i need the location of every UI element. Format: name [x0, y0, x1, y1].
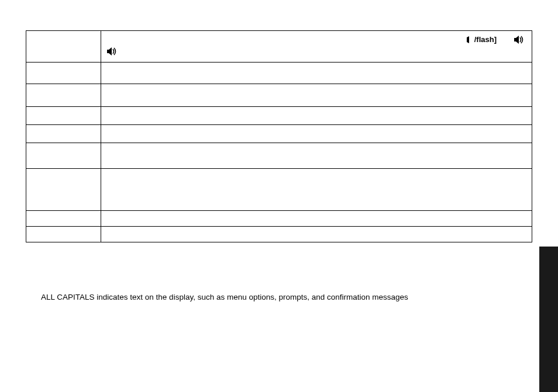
table-row	[26, 169, 532, 211]
table-row	[26, 84, 532, 107]
cell-feature	[26, 143, 101, 169]
cell-desc	[101, 84, 532, 107]
cell-desc	[101, 125, 532, 143]
table-row	[26, 63, 532, 84]
table-row	[26, 143, 532, 169]
cell-desc	[101, 143, 532, 169]
header-col2: /flash]	[101, 31, 532, 63]
table-row	[26, 125, 532, 143]
cell-feature	[26, 211, 101, 227]
cell-feature	[26, 227, 101, 242]
speaker-icon	[107, 47, 119, 55]
cell-desc	[101, 107, 532, 125]
footnote-text: ALL CAPITALS indicates text on the displ…	[26, 293, 532, 301]
table-header-row: Feature /flash]	[26, 31, 532, 63]
cell-feature	[26, 107, 101, 125]
cell-feature	[26, 125, 101, 143]
speaker-icon	[514, 36, 526, 44]
page-edge-tab	[539, 247, 558, 392]
svg-rect-1	[107, 50, 109, 53]
cell-desc	[101, 211, 532, 227]
cell-desc	[101, 169, 532, 211]
feature-table: Feature /flash]	[26, 30, 532, 242]
cell-desc	[101, 63, 532, 84]
header-col1: Feature	[26, 31, 101, 63]
header-flash-prefix-icon	[465, 36, 471, 44]
cell-feature	[26, 63, 101, 84]
cell-feature	[26, 84, 101, 107]
table-row	[26, 227, 532, 242]
header-flash-text: /flash]	[474, 34, 497, 45]
table-row	[26, 107, 532, 125]
table-row	[26, 211, 532, 227]
svg-rect-0	[514, 38, 516, 41]
cell-desc	[101, 227, 532, 242]
cell-feature	[26, 169, 101, 211]
